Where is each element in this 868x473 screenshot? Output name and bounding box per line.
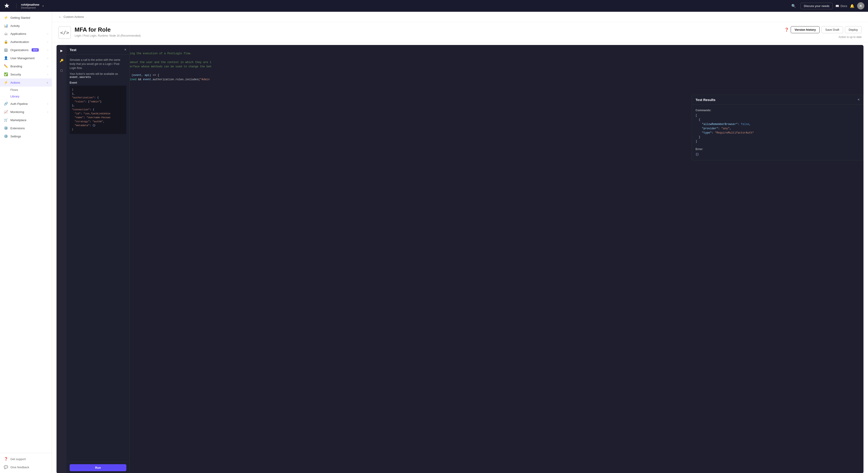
sidebar-item-authentication[interactable]: 🔒 Authentication › — [0, 38, 52, 46]
modules-icon[interactable]: ⬡ — [58, 67, 65, 74]
feedback-icon: 💬 — [4, 465, 8, 469]
sidebar-sub-actions: Flows Library — [0, 87, 52, 100]
sidebar-item-give-feedback[interactable]: 💬 Give feedback — [0, 463, 52, 471]
chevron-right-icon: › — [48, 49, 48, 51]
commands-label: Commands: — [695, 108, 860, 113]
breadcrumb-link[interactable]: Custom Actions — [64, 15, 84, 19]
lock-icon: 🔒 — [4, 40, 8, 44]
sidebar-label-auth-pipeline: Auth Pipeline — [10, 102, 28, 105]
action-status: Action is up to date — [839, 35, 862, 39]
editor-area: ▶ 🔑 ⬡ 1 /** 2 * Handler that will be cal… — [57, 45, 864, 473]
back-button[interactable]: ← — [58, 15, 62, 19]
sidebar: ⚡ Getting Started 📊 Activity 🗂 Applicati… — [0, 12, 52, 473]
docs-button[interactable]: 📖 Docs — [835, 4, 847, 8]
action-title: MFA for Role — [74, 26, 781, 33]
discuss-button[interactable]: Discuss your needs — [800, 3, 833, 9]
sidebar-item-extensions[interactable]: ⚙️ Extensions — [0, 124, 52, 132]
code-line: 1 /** — [66, 47, 864, 52]
results-title: Test Results — [695, 98, 715, 102]
sidebar-item-marketplace[interactable]: 🛒 Marketplace — [0, 116, 52, 124]
monitoring-icon: 📈 — [4, 110, 8, 114]
help-button[interactable]: ❓ — [784, 28, 789, 32]
test-panel-body: Simulate a call to the action with the s… — [66, 55, 129, 462]
test-event-label: Event — [70, 81, 126, 84]
chevron-right-icon: › — [48, 111, 48, 113]
actions-icon: ⚡ — [4, 81, 8, 85]
sidebar-item-auth-pipeline[interactable]: 🔗 Auth Pipeline › — [0, 100, 52, 108]
test-description: Simulate a call to the action with the s… — [70, 58, 126, 70]
test-panel-close-button[interactable]: × — [124, 48, 126, 52]
sidebar-label-organizations: Organizations — [10, 49, 29, 52]
test-panel-footer: Run — [66, 462, 129, 473]
test-panel: Test × Simulate a call to the action wit… — [66, 45, 130, 473]
search-button[interactable]: 🔍 — [789, 3, 798, 9]
sidebar-label-user-management: User Management — [10, 57, 35, 60]
chevron-right-icon: › — [48, 103, 48, 105]
sidebar-item-getting-started[interactable]: ⚡ Getting Started — [0, 13, 52, 22]
sidebar-item-organizations[interactable]: 🏢 Organizations NEW › — [0, 46, 52, 54]
action-meta: Login / Post Login, Runtime: Node 16 (Re… — [74, 34, 781, 37]
results-panel: Test Results × Commands: [ { "allowRemem… — [692, 95, 864, 160]
test-event-code[interactable]: ] }, "authorization": { "roles": ["Admin… — [70, 86, 126, 134]
action-icon-box: </> — [58, 26, 71, 39]
logo[interactable] — [4, 3, 10, 9]
key-icon[interactable]: 🔑 — [58, 57, 65, 64]
organizations-icon: 🏢 — [4, 48, 8, 52]
avatar[interactable]: R — [857, 2, 864, 9]
activity-icon: 📊 — [4, 24, 8, 28]
chevron-right-icon: › — [48, 41, 48, 43]
version-history-button[interactable]: Version history — [791, 26, 819, 33]
sidebar-label-marketplace: Marketplace — [10, 119, 26, 122]
code-line: 6 */ — [66, 69, 864, 73]
chevron-right-icon: › — [48, 57, 48, 59]
test-panel-title: Test — [70, 48, 76, 52]
code-line: 5 * @param {PostLoginAPI} api - Interfac… — [66, 65, 864, 69]
sidebar-item-monitoring[interactable]: 📈 Monitoring › — [0, 108, 52, 116]
support-icon: ❓ — [4, 457, 8, 461]
lightning-icon: ⚡ — [4, 15, 8, 20]
code-icon: </> — [60, 30, 69, 35]
pipeline-icon: 🔗 — [4, 102, 8, 106]
sidebar-item-settings[interactable]: ⚙️ Settings — [0, 132, 52, 140]
topnav-chevron-icon[interactable]: ▾ — [42, 5, 43, 7]
save-draft-button[interactable]: Save Draft — [822, 26, 843, 33]
run-button[interactable]: Run — [70, 464, 126, 471]
applications-icon: 🗂 — [4, 32, 8, 36]
code-line: 7 exports.onExecutePostLogin = async (ev… — [66, 73, 864, 77]
sidebar-label-settings: Settings — [10, 135, 21, 138]
results-header: Test Results × — [692, 95, 863, 105]
test-secrets-note: Your Action's secrets will be available … — [70, 72, 126, 79]
action-header-right: ❓ Version history Save Draft Deploy Acti… — [784, 26, 862, 39]
code-line: 2 * Handler that will be called during t… — [66, 52, 864, 56]
notifications-button[interactable]: 🔔 — [850, 4, 855, 8]
topnav: rohitjmathew Development ▾ 🔍 Discuss you… — [0, 0, 868, 12]
sidebar-item-actions[interactable]: ⚡ Actions ∨ — [0, 78, 52, 87]
topnav-user[interactable]: rohitjmathew Development — [21, 3, 39, 9]
sidebar-item-applications[interactable]: 🗂 Applications › — [0, 30, 52, 38]
run-button[interactable]: ▶ — [58, 47, 65, 54]
chevron-right-icon: › — [48, 65, 48, 68]
branding-icon: ✏️ — [4, 64, 8, 68]
sidebar-item-activity[interactable]: 📊 Activity — [0, 22, 52, 30]
sidebar-label-extensions: Extensions — [10, 127, 25, 130]
action-buttons: ❓ Version history Save Draft Deploy — [784, 26, 862, 33]
sidebar-subitem-flows[interactable]: Flows — [10, 87, 52, 93]
code-line: 8 if (event.authorization != undefined &… — [66, 77, 864, 82]
sidebar-item-get-support[interactable]: ❓ Get support — [0, 455, 52, 463]
sidebar-item-branding[interactable]: ✏️ Branding › — [0, 62, 52, 70]
sidebar-item-user-management[interactable]: 👤 User Management › — [0, 54, 52, 62]
user-icon: 👤 — [4, 56, 8, 60]
sidebar-item-security[interactable]: ✅ Security › — [0, 70, 52, 78]
deploy-button[interactable]: Deploy — [845, 26, 862, 33]
results-close-button[interactable]: × — [858, 98, 860, 102]
sidebar-label-applications: Applications — [10, 32, 26, 35]
sidebar-label-monitoring: Monitoring — [10, 110, 24, 114]
code-line: 10 } — [66, 86, 864, 91]
action-header: </> MFA for Role Login / Post Login, Run… — [52, 22, 868, 42]
sidebar-label-getting-started: Getting Started — [10, 16, 30, 20]
test-panel-header: Test × — [66, 45, 129, 55]
error-code: {} — [695, 152, 860, 157]
results-body: Commands: [ { "allowRememberBrowser": fa… — [692, 105, 863, 160]
sidebar-subitem-library[interactable]: Library — [10, 93, 52, 100]
error-label: Error: — [695, 147, 860, 151]
